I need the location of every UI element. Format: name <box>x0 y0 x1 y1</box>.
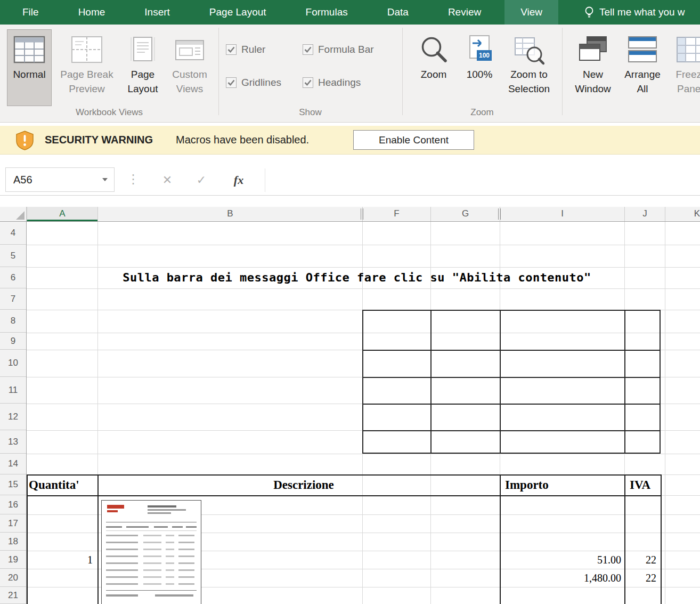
name-box-dropdown-icon[interactable] <box>102 178 108 181</box>
invoice-content-line <box>166 555 174 557</box>
menu-tab-page-layout[interactable]: Page Layout <box>193 0 282 25</box>
row-header-5[interactable]: 5 <box>0 245 26 267</box>
invoice-content-line <box>178 576 194 578</box>
invoice-content-line <box>106 594 138 597</box>
invoice-content-line <box>106 530 197 531</box>
formula-bar-checkbox[interactable]: Formula Bar <box>303 44 374 55</box>
invoice-content-line <box>143 583 161 585</box>
table-border <box>363 430 660 431</box>
column-header-J[interactable]: J <box>624 207 665 221</box>
invoice-content-line <box>106 576 138 578</box>
column-header-K[interactable]: K <box>665 207 700 221</box>
column-header-B[interactable]: B <box>97 207 362 221</box>
invoice-content-line <box>166 549 174 550</box>
formula-bar-drag-handle[interactable]: ⋮ <box>127 165 140 193</box>
menu-tab-view[interactable]: View <box>504 0 558 25</box>
header-quantita[interactable]: Quantita' <box>29 476 96 495</box>
gridline-h <box>27 288 700 289</box>
enable-content-button[interactable]: Enable Content <box>353 130 474 150</box>
enter-icon[interactable]: ✓ <box>190 165 213 195</box>
invoice-content-line <box>106 522 197 522</box>
row-header-7[interactable]: 7 <box>0 288 26 310</box>
cell-i19[interactable]: 51.00 <box>501 551 621 569</box>
table-border <box>363 350 660 351</box>
new-window-button[interactable]: New Window <box>571 30 615 106</box>
header-importo[interactable]: Importo <box>505 476 612 495</box>
menu-tab-insert[interactable]: Insert <box>128 0 186 25</box>
column-header-G[interactable]: G <box>430 207 500 221</box>
row-header-12[interactable]: 12 <box>0 404 26 430</box>
select-all-button[interactable] <box>0 207 27 221</box>
cell-a19[interactable]: 1 <box>28 551 93 569</box>
invoice-content-line <box>178 542 194 543</box>
cell-i20[interactable]: 1,480.00 <box>501 569 621 587</box>
cell-j19[interactable]: 22 <box>625 551 656 569</box>
invoice-content-line <box>172 526 183 528</box>
column-header-A[interactable]: A <box>27 207 97 221</box>
formula-input[interactable] <box>265 165 700 195</box>
row-header-15[interactable]: 15 <box>0 474 26 495</box>
freeze-panes-button[interactable]: Freeze Panes <box>667 30 700 106</box>
column-header-I[interactable]: I <box>500 207 624 221</box>
row-header-14[interactable]: 14 <box>0 454 26 474</box>
zoom-button[interactable]: Zoom <box>410 30 457 106</box>
normal-view-button[interactable]: Normal <box>7 30 51 106</box>
group-label-show: Show <box>218 107 402 118</box>
ruler-checkbox[interactable]: Ruler <box>226 44 265 55</box>
name-box-value: A56 <box>6 174 102 186</box>
page-layout-view-button[interactable]: Page Layout <box>123 30 163 106</box>
table-border <box>27 495 662 496</box>
cell-b6-banner-text[interactable]: Sulla barra dei messaggi Office fare cli… <box>101 267 613 288</box>
row-header-19[interactable]: 19 <box>0 551 26 569</box>
row-header-4[interactable]: 4 <box>0 222 26 245</box>
row-header-20[interactable]: 20 <box>0 569 26 587</box>
name-box[interactable]: A56 <box>5 167 115 192</box>
invoice-content-line <box>107 510 118 512</box>
zoom-to-selection-button[interactable]: Zoom to Selection <box>502 30 556 106</box>
hidden-columns-marker <box>498 208 499 220</box>
zoom-100-button[interactable]: 100 100% <box>459 30 500 106</box>
menu-tab-file[interactable]: File <box>6 0 55 25</box>
custom-views-button[interactable]: Custom Views <box>165 30 214 106</box>
menu-tab-formulas[interactable]: Formulas <box>290 0 364 25</box>
spreadsheet[interactable]: ABFGIJK 456789101112131415161718192021 S… <box>0 207 700 604</box>
row-header-18[interactable]: 18 <box>0 533 26 551</box>
zoom-magnifier-icon <box>418 32 449 67</box>
table-border <box>661 474 662 604</box>
gridlines-checkbox[interactable]: Gridlines <box>226 77 281 88</box>
menu-tab-home[interactable]: Home <box>62 0 121 25</box>
cancel-icon[interactable]: ✕ <box>156 165 179 195</box>
hidden-columns-marker <box>500 208 501 220</box>
normal-view-icon <box>13 32 45 67</box>
invoice-content-line <box>106 535 138 536</box>
invoice-content-line <box>166 569 174 571</box>
cell-j20[interactable]: 22 <box>625 569 656 587</box>
headings-checkbox[interactable]: Headings <box>303 77 361 88</box>
invoice-content-line <box>143 555 161 557</box>
arrange-all-button[interactable]: Arrange All <box>618 30 667 106</box>
page-break-preview-button[interactable]: Page Break Preview <box>54 30 119 106</box>
row-header-10[interactable]: 10 <box>0 350 26 377</box>
insert-function-icon[interactable]: fx <box>226 165 251 195</box>
invoice-content-line <box>166 562 174 564</box>
menu-tab-data[interactable]: Data <box>371 0 425 25</box>
row-header-17[interactable]: 17 <box>0 514 26 533</box>
header-descrizione[interactable]: Descrizione <box>107 476 501 495</box>
row-header-8[interactable]: 8 <box>0 310 26 333</box>
menu-tab-review[interactable]: Review <box>432 0 497 25</box>
table-border <box>500 311 501 453</box>
bordered-table-f8-j13[interactable] <box>362 310 661 454</box>
invoice-content-line <box>143 562 161 564</box>
column-header-F[interactable]: F <box>362 207 430 221</box>
embedded-invoice-image[interactable] <box>101 500 201 604</box>
row-header-9[interactable]: 9 <box>0 333 26 350</box>
row-header-11[interactable]: 11 <box>0 377 26 404</box>
header-iva[interactable]: IVA <box>630 476 660 495</box>
arrange-all-label: Arrange All <box>618 67 667 96</box>
tell-me-box[interactable]: Tell me what you w <box>584 0 700 25</box>
row-header-21[interactable]: 21 <box>0 587 26 604</box>
row-header-6[interactable]: 6 <box>0 267 26 288</box>
row-header-13[interactable]: 13 <box>0 430 26 454</box>
row-header-16[interactable]: 16 <box>0 495 26 514</box>
invoice-content-line <box>143 576 161 578</box>
